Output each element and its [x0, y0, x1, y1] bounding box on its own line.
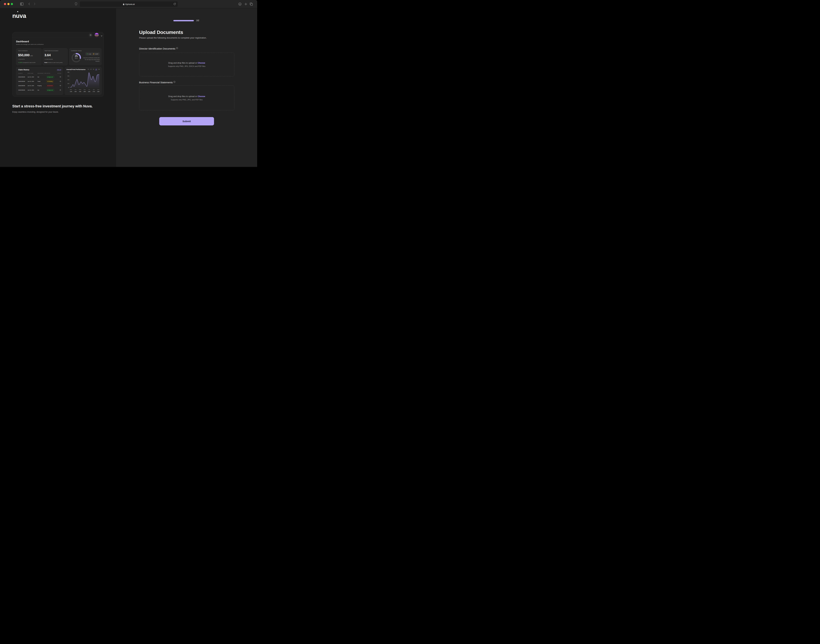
user-avatar[interactable]	[95, 33, 99, 37]
downloads-icon[interactable]	[238, 2, 242, 7]
url-text: trynuva.ai	[126, 3, 135, 5]
info-icon[interactable]: i	[174, 81, 175, 83]
svg-text:12th: 12th	[70, 91, 72, 92]
streak-note: Keep the contribution streak alive for 1…	[82, 57, 100, 62]
streak-days: 25	[71, 55, 81, 58]
upload-form-panel: 2/2 Upload Documents Please upload the f…	[116, 8, 257, 167]
tab-1m[interactable]: 1M	[98, 69, 100, 71]
total-points-value: 3.64	[45, 53, 66, 57]
subheadline: Enjoy seamless investing, designed for y…	[12, 111, 59, 113]
info-icon[interactable]: i	[176, 47, 178, 49]
forward-icon[interactable]	[34, 2, 35, 6]
view-claim-eye-icon[interactable]	[57, 81, 61, 82]
tab-overview-icon[interactable]	[249, 2, 253, 7]
claim-table-row: 33461969345Jun 02, 2024Car Approved	[18, 88, 61, 92]
browser-window: trynuva.ai nuva	[0, 0, 257, 167]
view-claim-eye-icon[interactable]	[57, 85, 61, 86]
svg-text:Sun: Sun	[97, 89, 99, 90]
close-window-button[interactable]	[4, 3, 6, 5]
claim-table-row: 33461969345Jun 02, 2024Travel Pending	[18, 79, 61, 84]
status-badge: Approved	[46, 89, 54, 91]
status-badge: Declined	[46, 84, 54, 87]
coin-icon	[93, 53, 94, 55]
svg-text:Fri: Fri	[89, 89, 90, 90]
status-badge: Pending	[46, 80, 54, 83]
page-subtitle: Please upload the following documents to…	[139, 37, 207, 39]
view-claim-eye-icon[interactable]	[57, 76, 61, 78]
svg-text:17th: 17th	[93, 91, 95, 92]
svg-text:$8k: $8k	[68, 72, 69, 73]
svg-text:14th: 14th	[79, 91, 81, 92]
contribution-streak-card: Contribution Streak 25 DAYS 0.12	[69, 48, 101, 65]
marketing-panel: nuva Dashboard Monitor and manage your c…	[0, 8, 116, 167]
claim-history-panel: Claim History View all CLAIM ID DATE FIL…	[16, 67, 63, 95]
total-contribution-value: $50,000USD	[18, 53, 40, 57]
headline: Start a stress-free investment journey w…	[12, 104, 104, 108]
supported-formats-text: Supports only PNG, JPG, and PDF files	[171, 99, 203, 101]
minimize-window-button[interactable]	[8, 3, 9, 5]
svg-text:$4k: $4k	[68, 79, 69, 80]
privacy-shield-icon[interactable]	[75, 2, 77, 6]
reload-icon[interactable]	[174, 3, 176, 6]
svg-text:15th: 15th	[83, 91, 86, 92]
progress-bar	[174, 20, 194, 21]
chart-title: Overall Pool Performance	[66, 69, 86, 71]
pool-performance-chart: $8k$6k$4k$2k$0Mon12thTue13thWed14thThur1…	[66, 71, 100, 93]
tab-3d[interactable]: 3D	[93, 69, 94, 71]
submit-button[interactable]: Submit	[159, 117, 214, 126]
browser-toolbar: trynuva.ai	[0, 0, 257, 8]
svg-text:Wed: Wed	[79, 89, 81, 90]
back-icon[interactable]	[28, 2, 30, 6]
notifications-bell-icon[interactable]	[89, 33, 92, 37]
tab-1d[interactable]: 1D	[90, 69, 92, 71]
dashboard-topbar	[12, 32, 104, 38]
view-all-link[interactable]: View all	[57, 69, 61, 71]
total-points-card: Total Points Accumulated 3.64 ≈ 0.001 NU…	[43, 48, 68, 65]
svg-text:Mon: Mon	[70, 89, 72, 90]
claim-table-header: CLAIM ID DATE FILED INSURANCE TYPE STATU…	[18, 73, 61, 75]
view-claim-eye-icon[interactable]	[57, 89, 61, 91]
svg-text:18th: 18th	[97, 91, 99, 92]
tab-1w[interactable]: 1W	[95, 69, 97, 71]
svg-text:$6k: $6k	[68, 75, 69, 77]
svg-text:$2k: $2k	[68, 83, 69, 84]
new-tab-icon[interactable]	[244, 2, 247, 7]
progress-bar-fill	[174, 20, 194, 21]
dashboard-title: Dashboard	[16, 40, 29, 43]
sidebar-toggle-icon[interactable]	[20, 2, 24, 7]
status-badge: Approved	[46, 76, 54, 78]
pool-performance-panel: Overall Pool Performance 1H 1D 3D 1W 1M …	[64, 67, 101, 95]
svg-text:Tue: Tue	[75, 89, 77, 90]
director-docs-dropzone[interactable]: Drag and drop files to upload orChoose S…	[139, 53, 234, 77]
logo-dot	[17, 11, 18, 12]
choose-file-link[interactable]: Choose	[198, 62, 205, 64]
dashboard-subtitle: Monitor and manage your claims and contr…	[16, 44, 44, 45]
page-title: Upload Documents	[139, 29, 183, 35]
director-docs-label: Director Identification Documentsi	[139, 47, 178, 50]
nuva-logo: nuva	[12, 12, 26, 19]
svg-text:16th: 16th	[88, 91, 91, 92]
dashboard-preview-card: Dashboard Monitor and manage your claims…	[12, 32, 104, 97]
svg-text:$0: $0	[68, 87, 69, 88]
svg-text:Thur: Thur	[83, 89, 86, 90]
financial-statements-label: Business Financial Statementsi	[139, 81, 175, 84]
chart-range-tabs: 1H 1D 3D 1W 1M	[88, 69, 100, 71]
claim-table-row: 33461969345Jun 02, 2024Property Declined	[18, 84, 61, 88]
financial-statements-dropzone[interactable]: Drag and drop files to upload orChoose S…	[139, 86, 234, 110]
flame-icon	[86, 53, 88, 55]
address-bar[interactable]: trynuva.ai	[80, 1, 178, 7]
zoom-window-button[interactable]	[11, 3, 13, 5]
chevron-down-icon[interactable]	[101, 34, 102, 37]
claim-history-title: Claim History	[18, 69, 29, 71]
progress-step-label: 2/2	[196, 19, 199, 21]
choose-file-link[interactable]: Choose	[198, 95, 205, 98]
total-contribution-card: Total Contribution $50,000USD ≈ 3.20 ETH…	[16, 48, 41, 65]
tab-1h[interactable]: 1H	[88, 69, 89, 71]
lock-icon	[123, 3, 124, 5]
streak-rewards-badge: 0.12 | 0.007	[85, 52, 100, 55]
svg-text:Sat: Sat	[93, 89, 95, 90]
supported-formats-text: Supports only PNG, JPG, DOCX and PDF fil…	[168, 65, 206, 67]
claim-table-row: 33461969345Jun 02, 2024Car Approved	[18, 75, 61, 79]
svg-text:13th: 13th	[74, 91, 77, 92]
streak-gauge: 25 DAYS	[71, 53, 81, 63]
